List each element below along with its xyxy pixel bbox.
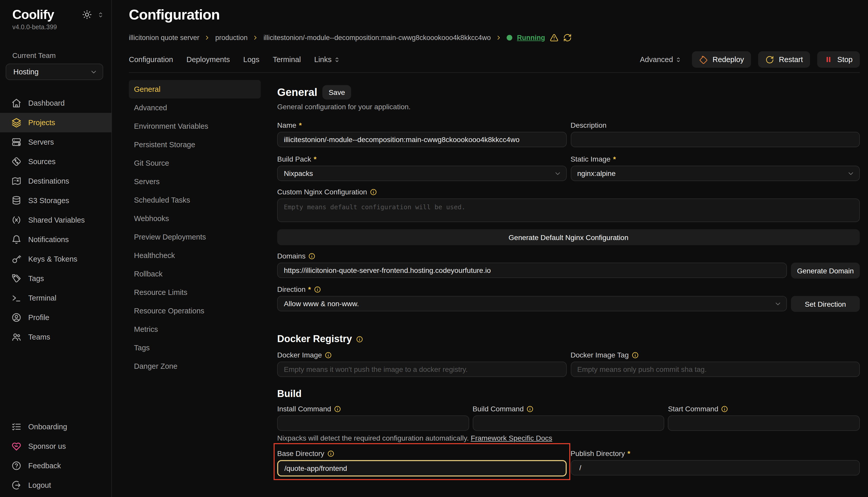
info-icon[interactable] bbox=[334, 405, 341, 413]
map-icon bbox=[11, 176, 22, 186]
description-input[interactable] bbox=[570, 132, 860, 147]
sidebar: Coolify v4.0.0-beta.399 Current Team Hos… bbox=[0, 0, 112, 497]
sidebar-item-dashboard[interactable]: Dashboard bbox=[0, 93, 111, 113]
install-command-field-group: Install Command bbox=[277, 405, 469, 431]
theme-sun-icon[interactable] bbox=[82, 10, 92, 19]
subnav-item-preview-deployments[interactable]: Preview Deployments bbox=[129, 228, 261, 246]
tab-links-label: Links bbox=[314, 55, 332, 63]
set-direction-button[interactable]: Set Direction bbox=[791, 296, 860, 312]
sidebar-item-servers[interactable]: Servers bbox=[0, 132, 111, 152]
advanced-dropdown[interactable]: Advanced bbox=[640, 55, 682, 63]
breadcrumb-project[interactable]: illicitonion quote server bbox=[129, 34, 199, 42]
info-icon[interactable] bbox=[325, 351, 332, 359]
help-circle-icon bbox=[11, 460, 22, 471]
build-pack-select[interactable] bbox=[277, 166, 566, 181]
sidebar-item-sources[interactable]: Sources bbox=[0, 152, 111, 171]
subnav-item-danger-zone[interactable]: Danger Zone bbox=[129, 357, 261, 375]
breadcrumb-environment[interactable]: production bbox=[215, 34, 248, 42]
sidebar-item-label: Projects bbox=[28, 118, 55, 127]
sidebar-item-destinations[interactable]: Destinations bbox=[0, 171, 111, 191]
info-icon[interactable] bbox=[721, 405, 729, 413]
selector-icon bbox=[334, 56, 340, 63]
subnav-item-webhooks[interactable]: Webhooks bbox=[129, 209, 261, 228]
publish-directory-input[interactable] bbox=[570, 460, 860, 475]
status-badge[interactable]: Running bbox=[517, 34, 545, 42]
info-icon[interactable] bbox=[370, 188, 377, 196]
home-icon bbox=[11, 98, 22, 108]
subnav-item-rollback[interactable]: Rollback bbox=[129, 265, 261, 283]
info-icon[interactable] bbox=[327, 450, 335, 457]
sidebar-item-s3-storages[interactable]: S3 Storages bbox=[0, 191, 111, 210]
warning-triangle-icon[interactable] bbox=[550, 33, 559, 42]
subnav-item-resource-limits[interactable]: Resource Limits bbox=[129, 283, 261, 302]
direction-select[interactable] bbox=[277, 296, 787, 311]
subnav-item-advanced[interactable]: Advanced bbox=[129, 98, 261, 117]
sidebar-item-feedback[interactable]: Feedback bbox=[0, 456, 111, 475]
tab-deployments[interactable]: Deployments bbox=[187, 55, 230, 63]
docker-image-input[interactable] bbox=[277, 361, 566, 377]
sidebar-item-logout[interactable]: Logout bbox=[0, 475, 111, 495]
refresh-icon[interactable] bbox=[563, 33, 572, 42]
sidebar-item-sponsor-us[interactable]: Sponsor us bbox=[0, 437, 111, 456]
sidebar-item-notifications[interactable]: Notifications bbox=[0, 230, 111, 249]
subnav-item-git-source[interactable]: Git Source bbox=[129, 154, 261, 172]
sidebar-item-shared-variables[interactable]: Shared Variables bbox=[0, 210, 111, 230]
base-directory-input[interactable] bbox=[277, 460, 566, 477]
advanced-label: Advanced bbox=[640, 55, 673, 63]
sidebar-item-projects[interactable]: Projects bbox=[0, 113, 111, 132]
install-command-label: Install Command bbox=[277, 405, 331, 413]
tab-logs[interactable]: Logs bbox=[243, 55, 260, 63]
framework-docs-link[interactable]: Framework Specific Docs bbox=[471, 434, 552, 442]
install-command-input[interactable] bbox=[277, 415, 469, 431]
save-button[interactable]: Save bbox=[322, 85, 351, 100]
redeploy-button[interactable]: Redeploy bbox=[692, 51, 751, 68]
restart-button[interactable]: Restart bbox=[758, 51, 810, 68]
generate-nginx-config-button[interactable]: Generate Default Nginx Configuration bbox=[277, 229, 860, 245]
build-command-input[interactable] bbox=[472, 415, 664, 431]
tab-links[interactable]: Links bbox=[314, 55, 340, 63]
docker-image-tag-input[interactable] bbox=[570, 361, 860, 377]
heart-icon bbox=[11, 441, 22, 451]
sidebar-item-label: S3 Storages bbox=[28, 196, 69, 205]
subnav-item-scheduled-tasks[interactable]: Scheduled Tasks bbox=[129, 191, 261, 209]
sidebar-item-tags[interactable]: Tags bbox=[0, 269, 111, 288]
restart-label: Restart bbox=[779, 55, 803, 63]
domains-input[interactable] bbox=[277, 262, 787, 278]
selector-icon bbox=[675, 56, 682, 63]
info-icon[interactable] bbox=[313, 285, 321, 293]
stop-button[interactable]: Stop bbox=[817, 51, 860, 68]
subnav-item-metrics[interactable]: Metrics bbox=[129, 320, 261, 339]
sidebar-item-label: Servers bbox=[28, 138, 54, 146]
subnav-item-environment-variables[interactable]: Environment Variables bbox=[129, 117, 261, 136]
sidebar-item-label: Sponsor us bbox=[28, 442, 66, 450]
subnav-item-tags[interactable]: Tags bbox=[129, 339, 261, 357]
custom-nginx-textarea[interactable] bbox=[277, 198, 860, 222]
subnav-item-healthcheck[interactable]: Healthcheck bbox=[129, 246, 261, 265]
theme-selector-icon[interactable] bbox=[97, 11, 104, 18]
info-icon[interactable] bbox=[308, 252, 316, 260]
sidebar-item-profile[interactable]: Profile bbox=[0, 308, 111, 327]
name-input[interactable] bbox=[277, 132, 566, 147]
info-icon[interactable] bbox=[631, 351, 639, 359]
sidebar-item-onboarding[interactable]: Onboarding bbox=[0, 417, 111, 437]
restart-icon bbox=[766, 55, 774, 64]
generate-domain-button[interactable]: Generate Domain bbox=[791, 262, 860, 279]
start-command-input[interactable] bbox=[668, 415, 860, 431]
subnav-item-servers[interactable]: Servers bbox=[129, 172, 261, 191]
subnav-item-persistent-storage[interactable]: Persistent Storage bbox=[129, 136, 261, 154]
sidebar-item-teams[interactable]: Teams bbox=[0, 327, 111, 347]
subnav-item-general[interactable]: General bbox=[129, 80, 261, 98]
subnav-item-resource-operations[interactable]: Resource Operations bbox=[129, 302, 261, 320]
breadcrumb-application[interactable]: illicitestonion/-module--decomposition:m… bbox=[264, 34, 491, 42]
info-icon[interactable] bbox=[526, 405, 534, 413]
app-window: Coolify v4.0.0-beta.399 Current Team Hos… bbox=[0, 0, 868, 497]
tab-terminal[interactable]: Terminal bbox=[273, 55, 301, 63]
custom-nginx-field-group: Custom Nginx Configuration bbox=[277, 188, 860, 224]
static-image-select[interactable] bbox=[570, 166, 860, 181]
required-marker: * bbox=[299, 121, 302, 129]
sidebar-item-keys-tokens[interactable]: Keys & Tokens bbox=[0, 249, 111, 269]
info-icon[interactable] bbox=[356, 335, 363, 343]
sidebar-item-terminal[interactable]: Terminal bbox=[0, 288, 111, 308]
tab-configuration[interactable]: Configuration bbox=[129, 55, 173, 63]
team-select[interactable]: Hosting bbox=[6, 63, 103, 80]
